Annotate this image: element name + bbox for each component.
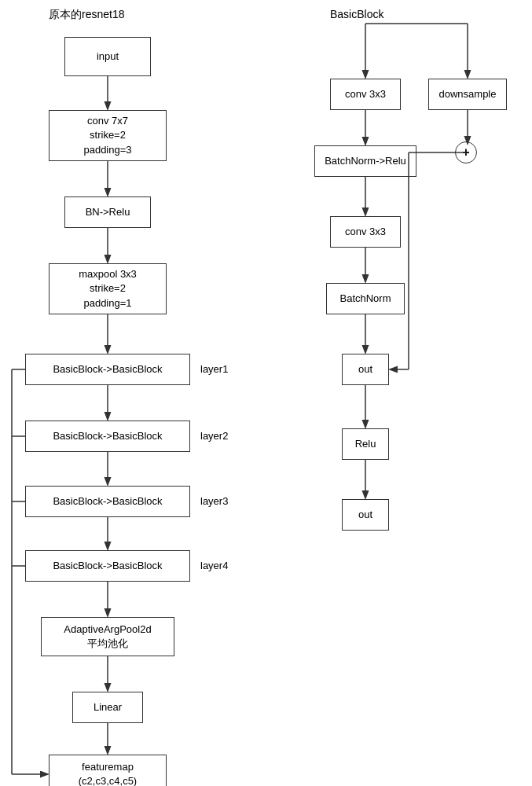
layer1-label: layer1 [200, 363, 228, 375]
diagram-container: 原本的resnet18 BasicBlock input conv 7x7 st… [0, 0, 532, 786]
box-layer1: BasicBlock->BasicBlock [25, 354, 190, 385]
box-featuremap: featuremap (c2,c3,c4,c5) [49, 755, 167, 786]
box-layer4: BasicBlock->BasicBlock [25, 550, 190, 582]
box-right-out1: out [342, 354, 389, 385]
box-bn-relu: BN->Relu [64, 196, 151, 228]
box-adaptivepool: AdaptiveArgPool2d 平均池化 [41, 617, 174, 656]
box-layer2: BasicBlock->BasicBlock [25, 421, 190, 452]
left-title: 原本的resnet18 [49, 8, 124, 22]
box-input: input [64, 37, 151, 76]
box-linear: Linear [72, 692, 143, 723]
box-right-batchnorm: BatchNorm [326, 283, 405, 314]
box-conv7x7: conv 7x7 strike=2 padding=3 [49, 110, 167, 161]
box-maxpool: maxpool 3x3 strike=2 padding=1 [49, 263, 167, 314]
layer2-label: layer2 [200, 430, 228, 442]
box-right-relu: Relu [342, 428, 389, 460]
box-right-conv1: conv 3x3 [330, 79, 401, 110]
right-title: BasicBlock [330, 8, 383, 20]
box-right-out2: out [342, 499, 389, 531]
layer3-label: layer3 [200, 495, 228, 507]
plus-circle: + [455, 141, 477, 163]
box-layer3: BasicBlock->BasicBlock [25, 486, 190, 517]
layer4-label: layer4 [200, 560, 228, 571]
box-right-downsample: downsample [428, 79, 507, 110]
box-right-batchnorm-relu: BatchNorm->Relu [314, 145, 416, 177]
box-right-conv2: conv 3x3 [330, 216, 401, 248]
